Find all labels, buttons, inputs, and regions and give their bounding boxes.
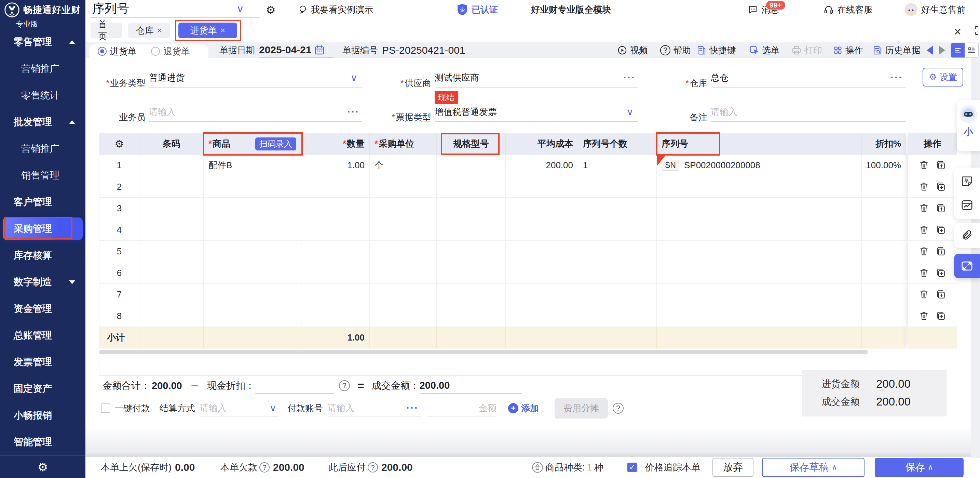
tab-purchase-order[interactable]: 进货单× [178, 22, 237, 38]
qty-cell[interactable] [301, 305, 370, 327]
spec-cell[interactable] [437, 241, 506, 262]
header-qty[interactable]: *数量 [301, 133, 370, 155]
spec-cell[interactable] [437, 262, 506, 284]
sn-count-cell[interactable]: 1 [578, 155, 657, 176]
unit-cell[interactable] [370, 284, 437, 305]
avg-cost-cell[interactable] [506, 198, 578, 219]
qty-cell[interactable] [301, 219, 370, 241]
biz-type-select[interactable]: 普通进货 ∨ [149, 69, 362, 88]
next-doc-arrow[interactable] [939, 46, 945, 55]
sn-count-cell[interactable] [578, 198, 657, 219]
sn-count-cell[interactable] [578, 305, 657, 327]
spec-cell[interactable] [437, 198, 506, 219]
copy-row-icon[interactable] [936, 268, 945, 278]
unit-cell[interactable]: 个 [370, 155, 437, 176]
unit-cell[interactable] [370, 262, 437, 284]
serial-cell[interactable] [657, 198, 862, 219]
delete-row-icon[interactable] [920, 204, 928, 213]
calendar-icon[interactable] [314, 45, 325, 56]
help-button[interactable]: ? 帮助 [660, 42, 691, 58]
demo-link[interactable]: 我要看实例演示 [298, 0, 373, 19]
copy-row-icon[interactable] [936, 311, 945, 321]
salesman-field[interactable]: ··· [149, 103, 362, 122]
delete-row-icon[interactable] [920, 247, 928, 256]
scan-entry-button[interactable]: 扫码录入 [255, 137, 296, 150]
barcode-cell[interactable] [139, 262, 204, 284]
sidebar-item-retail-stats[interactable]: 零售统计 [0, 82, 86, 109]
video-button[interactable]: 视频 [617, 42, 648, 58]
sidebar-item-retail[interactable]: 零售管理 [0, 29, 86, 56]
account-menu[interactable]: 好生意售前 [904, 0, 966, 19]
sidebar-item-invoice[interactable]: 发票管理 [0, 349, 86, 375]
header-serial[interactable]: 序列号 [657, 133, 862, 155]
avg-cost-cell[interactable] [506, 241, 578, 262]
save-button[interactable]: 保存∧ [875, 458, 964, 477]
barcode-cell[interactable] [139, 176, 204, 198]
help-icon[interactable]: ? [612, 403, 624, 414]
discount-cell[interactable] [862, 198, 906, 219]
salesman-input[interactable] [149, 107, 362, 117]
avg-cost-cell[interactable] [506, 219, 578, 241]
unit-cell[interactable] [370, 176, 437, 198]
help-icon[interactable]: ? [339, 380, 350, 391]
header-spec[interactable]: 规格型号 [437, 133, 506, 155]
discard-button[interactable]: 放弃 [713, 458, 754, 477]
remark-field[interactable] [711, 103, 905, 122]
avg-cost-cell[interactable]: 200.00 [506, 155, 578, 176]
spec-cell[interactable] [437, 284, 506, 305]
print-button[interactable]: 打印 [791, 42, 822, 58]
settle-method-input[interactable] [200, 400, 258, 416]
product-cell[interactable] [204, 262, 301, 284]
doc-date-field[interactable]: 2025-04-21 [259, 43, 334, 58]
qty-cell[interactable] [301, 284, 370, 305]
help-icon[interactable]: ? [368, 462, 378, 473]
copy-row-icon[interactable] [936, 160, 945, 170]
settings-button[interactable]: ⚙ 设置 [923, 68, 963, 86]
expand-fullscreen-button[interactable] [954, 254, 980, 278]
topbar-gear-icon[interactable]: ⚙ [266, 3, 276, 16]
avg-cost-cell[interactable] [506, 176, 578, 198]
delete-row-icon[interactable] [920, 160, 928, 170]
unit-cell[interactable] [370, 305, 437, 327]
barcode-cell[interactable] [139, 219, 204, 241]
header-unit[interactable]: *采购单位 [370, 133, 437, 155]
discount-cell[interactable] [862, 305, 906, 327]
operations-button[interactable]: 操作 [833, 42, 863, 58]
price-track-checkbox[interactable]: ✓ [627, 463, 637, 472]
avg-cost-cell[interactable] [506, 262, 578, 284]
discount-cell[interactable] [862, 262, 906, 284]
paperclip-icon[interactable] [954, 224, 980, 247]
barcode-cell[interactable] [139, 198, 204, 219]
delete-row-icon[interactable] [920, 311, 928, 321]
qty-cell[interactable]: 1.00 [301, 155, 370, 176]
sn-count-cell[interactable] [578, 219, 657, 241]
sidebar-item-purchase[interactable]: 采购管理 [0, 215, 86, 242]
barcode-cell[interactable] [139, 284, 204, 305]
sidebar-item-funds[interactable]: 资金管理 [0, 295, 86, 322]
delete-row-icon[interactable] [920, 290, 928, 299]
horizontal-scrollbar[interactable] [99, 350, 906, 355]
serial-cell[interactable] [657, 305, 862, 327]
prev-doc-arrow[interactable] [927, 46, 933, 55]
sidebar-item-customers[interactable]: 客户管理 [0, 189, 86, 215]
warehouse-field[interactable]: 总仓 ··· [711, 69, 905, 88]
discount-cell[interactable] [862, 176, 906, 198]
messages-button[interactable]: 消息 99+ [748, 0, 779, 19]
avg-cost-cell[interactable] [506, 305, 578, 327]
list-view-button[interactable] [951, 43, 965, 57]
deal-amount-field[interactable]: 200.00 [420, 378, 522, 394]
close-page-icon[interactable]: × [954, 25, 961, 39]
header-avg-cost[interactable]: 平均成本 [506, 133, 578, 155]
unit-cell[interactable] [370, 219, 437, 241]
product-cell[interactable] [204, 305, 301, 327]
cash-discount-input[interactable] [255, 378, 334, 394]
qty-cell[interactable] [301, 262, 370, 284]
close-tab-icon[interactable]: × [220, 25, 225, 35]
sidebar-item-inventory[interactable]: 库存核算 [0, 242, 86, 269]
discount-cell[interactable] [862, 284, 906, 305]
delete-row-icon[interactable] [920, 225, 928, 234]
copy-row-icon[interactable] [936, 225, 945, 234]
pick-order-button[interactable]: 选单 [749, 42, 780, 58]
barcode-cell[interactable] [139, 155, 204, 176]
header-discount[interactable]: 折扣% [862, 133, 906, 155]
